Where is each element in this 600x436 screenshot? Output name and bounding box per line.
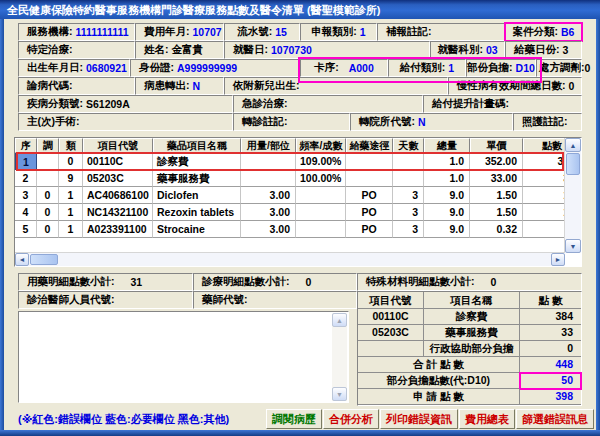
value: 0680921 [86,62,127,74]
field-transfer-hospital-code: 轉院所代號:N [350,113,513,131]
cell-class[interactable]: 9 [59,170,83,187]
summary-col-points: 點 數 [520,292,581,309]
cell-route[interactable] [346,153,393,170]
filter-error-message-button[interactable]: 篩選錯誤訊息 [516,409,594,429]
cell-days[interactable]: 3 [393,204,424,221]
cell-frequency[interactable] [296,187,346,204]
cell-class[interactable]: 1 [59,221,83,238]
cell-days[interactable] [393,153,424,170]
cell-dose[interactable] [241,170,296,187]
cell-dose[interactable]: 3.00 [241,204,296,221]
cell-frequency[interactable] [296,221,346,238]
merge-analysis-button[interactable]: 合併分析 [323,409,379,429]
scroll-track[interactable] [332,327,347,387]
open-medical-record-button[interactable]: 調閱病歷 [266,409,322,429]
table-horizontal-scrollbar[interactable]: ◄ ► [15,252,565,266]
cell-item-name[interactable]: Strocaine [153,221,241,238]
vertical-scroll-thumb[interactable] [566,153,580,175]
cell-total-qty[interactable]: 9.0 [424,187,470,204]
cell-days[interactable] [393,170,424,187]
cell-item-code[interactable]: A023391100 [83,221,153,238]
cell-seq[interactable]: 4 [15,204,37,221]
cell-item-code[interactable]: 05203C [83,170,153,187]
cell-total-qty[interactable]: 9.0 [424,221,470,238]
cell-adjust[interactable] [37,153,59,170]
value: A000 [349,62,374,74]
notes-vertical-scrollbar[interactable]: ▲ ▼ [332,313,347,401]
cell-item-code[interactable]: AC40686100 [83,187,153,204]
cell-item-name[interactable]: Diclofen [153,187,241,204]
cell-frequency[interactable]: 109.00% [296,153,346,170]
points-summary-table: 項目代號 項目名稱 點 數 00110C 診察費 384 05203C 藥事服務… [357,291,582,406]
value: 0 [585,62,591,74]
horizontal-scroll-thumb[interactable] [30,254,58,265]
cell-item-code[interactable]: 00110C [83,153,153,170]
scroll-track[interactable] [59,253,551,266]
table-row[interactable]: 4 0 1 NC14321100 Rezoxin tablets 3.00 PO… [15,204,581,221]
cell-seq[interactable]: 1 [15,153,37,170]
print-error-info-button[interactable]: 列印錯誤資訊 [380,409,458,429]
cell-dose[interactable] [241,153,296,170]
cell-frequency[interactable] [296,204,346,221]
table-row[interactable]: 2 9 05203C 藥事服務費 100.00% 1.0 33.00 33 [15,170,581,187]
cell-frequency[interactable]: 100.00% [296,170,346,187]
table-row[interactable]: 1 0 00110C 診察費 109.00% 1.0 352.00 384 [15,153,581,170]
field-copayment-code: 部份負擔:D10 [466,59,536,77]
total-label: 合 計 點 數 [358,357,520,373]
cell-unit-price[interactable]: 1.50 [470,187,523,204]
table-row[interactable]: 3 0 1 AC40686100 Diclofen 3.00 PO 3 9.0 … [15,187,581,204]
cell-class[interactable]: 1 [59,187,83,204]
cell-unit-price[interactable]: 1.50 [470,204,523,221]
cell-item-name[interactable]: Rezoxin tablets [153,204,241,221]
cell-unit-price[interactable]: 0.32 [470,221,523,238]
material-subtotal: 特殊材料明細點數小計:0 [357,273,582,291]
cell-adjust[interactable] [37,170,59,187]
cell-total-qty[interactable]: 1.0 [424,170,470,187]
window-titlebar[interactable]: 全民健康保險特約醫事服務機構門診醫療服務點數及醫令清單 (醫聖模範診所) [0,0,600,19]
value: 15 [275,26,287,38]
scroll-left-icon[interactable]: ◄ [15,253,29,266]
color-legend: (※紅色:錯誤欄位 藍色:必要欄位 黑色:其他) [18,412,229,427]
cell-adjust[interactable]: 0 [37,221,59,238]
cell-route[interactable] [346,170,393,187]
cell-dose[interactable]: 3.00 [241,187,296,204]
total-value: 448 [520,357,581,373]
cell-route[interactable]: PO [346,221,393,238]
value: 1111111111 [76,26,129,38]
cell-class[interactable]: 1 [59,204,83,221]
label: 藥師代號: [202,293,248,307]
cell-seq[interactable]: 5 [15,221,37,238]
cell-route[interactable]: PO [346,204,393,221]
cell-total-qty[interactable]: 9.0 [424,204,470,221]
scroll-down-icon[interactable]: ▼ [565,239,581,253]
table-row[interactable]: 5 0 1 A023391100 Strocaine 3.00 PO 3 9.0… [15,221,581,238]
scroll-down-icon[interactable]: ▼ [332,387,347,401]
cell-dose[interactable]: 3.00 [241,221,296,238]
cell-unit-price[interactable]: 33.00 [470,170,523,187]
cell-item-code[interactable]: NC14321100 [83,204,153,221]
cell-adjust[interactable]: 0 [37,187,59,204]
cell-route[interactable]: PO [346,187,393,204]
fee-summary-button[interactable]: 費用總表 [459,409,515,429]
cell-item-name[interactable]: 診察費 [153,153,241,170]
cell-total-qty[interactable]: 1.0 [424,153,470,170]
cell-adjust[interactable]: 0 [37,204,59,221]
cell-class[interactable]: 0 [59,153,83,170]
label: 轉院所代號: [359,115,415,129]
scroll-right-icon[interactable]: ► [551,253,565,266]
cell-days[interactable]: 3 [393,221,424,238]
scroll-up-icon[interactable]: ▲ [565,138,581,152]
field-supplement-note: 補報註記: [377,23,505,41]
col-header-item-code: 項目代號 [83,138,153,153]
cell-item-name[interactable]: 藥事服務費 [153,170,241,187]
table-vertical-scrollbar[interactable]: ▲ ▼ [564,138,581,253]
scroll-track[interactable] [565,176,581,239]
cell-unit-price[interactable]: 352.00 [470,153,523,170]
value: 0 [491,276,497,288]
cell-seq[interactable]: 3 [15,187,37,204]
notes-textarea[interactable]: ▲ ▼ [18,311,349,403]
summary-item-name: 行政協助部分負擔 [424,341,520,357]
cell-seq[interactable]: 2 [15,170,37,187]
scroll-up-icon[interactable]: ▲ [332,313,347,327]
cell-days[interactable]: 3 [393,187,424,204]
